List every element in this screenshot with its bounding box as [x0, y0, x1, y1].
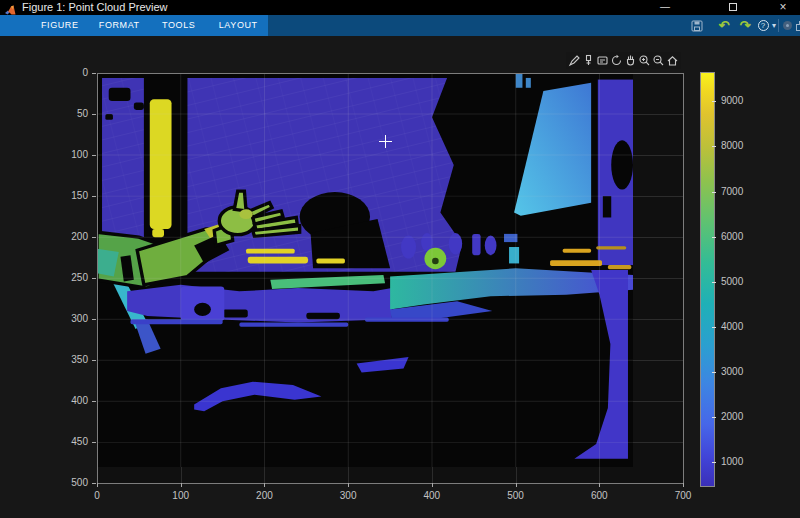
- windows-button[interactable]: [794, 15, 800, 36]
- x-tick-label: 200: [244, 490, 284, 501]
- redo-button[interactable]: ↷: [736, 15, 754, 36]
- colorbar-tick-label: 2000: [721, 411, 743, 422]
- y-tick-mark: [92, 483, 96, 484]
- y-tick-mark: [92, 442, 96, 443]
- x-tick-mark: [348, 483, 349, 487]
- close-button[interactable]: ×: [766, 0, 800, 15]
- y-tick-label: 250: [60, 272, 88, 283]
- colorbar-tick-label: 3000: [721, 366, 743, 377]
- scene-shape: [234, 191, 246, 211]
- scene-shape: [485, 236, 497, 256]
- pan-icon[interactable]: [624, 53, 637, 67]
- y-tick-label: 0: [60, 67, 88, 78]
- scene-shape: [134, 103, 144, 110]
- x-tick-mark: [264, 483, 265, 487]
- scene-shape: [509, 247, 519, 263]
- y-tick-label: 350: [60, 354, 88, 365]
- help-button[interactable]: ?: [756, 15, 770, 36]
- x-tick-mark: [683, 483, 684, 487]
- help-icon: ?: [758, 20, 769, 31]
- window-title: Figure 1: Point Cloud Preview: [22, 1, 168, 14]
- titlebar: Figure 1: Point Cloud Preview — ×: [0, 0, 800, 15]
- colorbar-tick-label: 8000: [721, 140, 743, 151]
- scene-shape: [401, 236, 416, 259]
- scene-shape: [611, 140, 633, 189]
- y-tick-mark: [92, 114, 96, 115]
- minimize-button[interactable]: —: [648, 0, 682, 15]
- rotate-icon[interactable]: [610, 53, 623, 67]
- maximize-button[interactable]: [716, 0, 750, 15]
- scene-shape: [608, 265, 631, 269]
- colorbar-tick-mark: [712, 237, 716, 238]
- overlapping-windows-icon: [796, 21, 800, 31]
- scene-shape: [516, 73, 523, 88]
- maximize-icon: [729, 3, 737, 11]
- x-tick-mark: [181, 483, 182, 487]
- colorbar-tick-mark: [712, 282, 716, 283]
- scene-shape: [449, 233, 462, 254]
- scene-shape: [223, 309, 248, 317]
- colorbar-tick-label: 1000: [721, 456, 743, 467]
- y-tick-label: 50: [60, 108, 88, 119]
- scene-shape: [248, 257, 308, 264]
- colorbar-tick-mark: [712, 101, 716, 102]
- colorbar-tick-label: 7000: [721, 186, 743, 197]
- scene-shape: [246, 249, 295, 254]
- x-tick-label: 0: [77, 490, 117, 501]
- scene-shape: [316, 259, 344, 264]
- scene-shape: [603, 196, 611, 217]
- x-tick-mark: [516, 483, 517, 487]
- x-tick-label: 100: [161, 490, 201, 501]
- scene-shape: [239, 323, 348, 327]
- scene-shape: [194, 303, 211, 316]
- brush-icon[interactable]: [582, 53, 595, 67]
- x-tick-label: 300: [328, 490, 368, 501]
- depth-image-plot[interactable]: [97, 73, 633, 467]
- datatips-icon[interactable]: [596, 53, 609, 67]
- scene-shape: [105, 114, 113, 120]
- colorbar-tick-mark: [712, 327, 716, 328]
- x-tick-label: 600: [579, 490, 619, 501]
- y-tick-label: 300: [60, 313, 88, 324]
- colorbar-tick-label: 6000: [721, 231, 743, 242]
- y-tick-label: 400: [60, 395, 88, 406]
- save-button[interactable]: [687, 15, 707, 36]
- scene-shape: [432, 258, 439, 265]
- y-tick-label: 200: [60, 231, 88, 242]
- home-icon[interactable]: [666, 53, 679, 67]
- export-icon[interactable]: [568, 53, 581, 67]
- undo-button[interactable]: ↶: [715, 15, 733, 36]
- figure-window: Figure 1: Point Cloud Preview — × FIGURE…: [0, 0, 800, 518]
- colorbar-tick-mark: [712, 462, 716, 463]
- toolbar-separator: [778, 19, 779, 32]
- scene-shape: [526, 78, 531, 88]
- colorbar-tick-mark: [712, 417, 716, 418]
- tab-tools[interactable]: TOOLS: [149, 15, 209, 36]
- y-tick-mark: [92, 237, 96, 238]
- y-tick-mark: [92, 278, 96, 279]
- record-button[interactable]: [781, 15, 794, 36]
- y-tick-label: 450: [60, 436, 88, 447]
- x-tick-label: 700: [663, 490, 703, 501]
- tab-figure[interactable]: FIGURE: [30, 15, 90, 36]
- scene-shape: [150, 99, 172, 229]
- zoom-in-icon[interactable]: [638, 53, 651, 67]
- axes-toolbar: [566, 52, 681, 69]
- colorbar-tick-label: 9000: [721, 95, 743, 106]
- matlab-icon: [5, 2, 16, 13]
- scene-shape: [596, 246, 626, 249]
- y-tick-mark: [92, 401, 96, 402]
- y-tick-label: 500: [60, 477, 88, 488]
- colorbar-tick-mark: [712, 192, 716, 193]
- x-tick-mark: [97, 483, 98, 487]
- y-tick-mark: [92, 196, 96, 197]
- zoom-out-icon[interactable]: [652, 53, 665, 67]
- y-tick-mark: [92, 73, 96, 74]
- scene-shape: [306, 313, 340, 320]
- y-tick-label: 100: [60, 149, 88, 160]
- tab-format[interactable]: FORMAT: [90, 15, 150, 36]
- x-tick-label: 500: [496, 490, 536, 501]
- figure-canvas: 0100200300400500600700050100150200250300…: [0, 36, 800, 518]
- tab-layout[interactable]: LAYOUT: [209, 15, 269, 36]
- colorbar-tick-mark: [712, 372, 716, 373]
